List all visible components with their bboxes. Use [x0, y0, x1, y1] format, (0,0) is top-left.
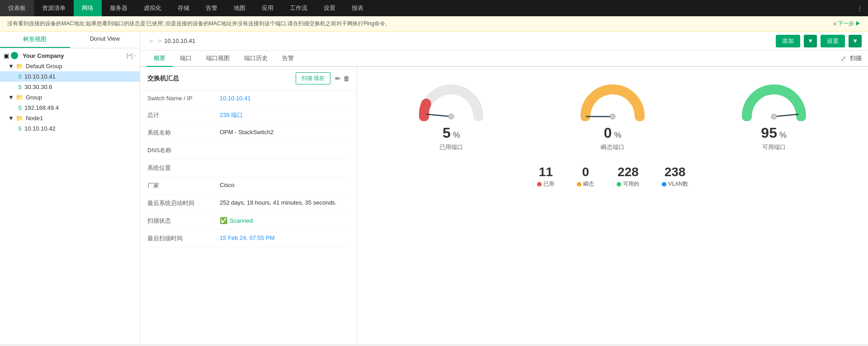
nav-dashboard[interactable]: 仪表板 [0, 0, 34, 16]
summary-row-6: 最后系统启动时间 252 days, 18 hours, 41 minutes,… [147, 195, 349, 212]
nav-report[interactable]: 报表 [344, 0, 372, 16]
summary-value-2: OPM - StackSwitch2 [220, 129, 349, 136]
summary-table: Switch Name / IP 10.10.10.41 总计 239 端口 系… [140, 90, 357, 248]
globe-icon [11, 52, 18, 59]
dot-orange [577, 182, 581, 187]
summary-title: 交换机汇总 [147, 75, 179, 83]
tree-device-10.10.10.42[interactable]: S 10.10.10.42 [0, 123, 140, 134]
nav-more-button[interactable]: ⋮ [851, 0, 868, 16]
gauge-unit-available: % [777, 131, 787, 140]
summary-header: 交换机汇总 扫描 现在 ✏ 🗑 [140, 67, 357, 90]
tree-group-node1[interactable]: ▼ 📁 Node1 [0, 113, 140, 123]
tab-alerts[interactable]: 告警 [275, 51, 301, 67]
nav-workflow[interactable]: 工作流 [282, 0, 316, 16]
tree-device-192.168.49.4[interactable]: S 192.168.49.4 [0, 103, 140, 113]
summary-row-1: 总计 239 端口 [147, 107, 349, 124]
tab-port-history[interactable]: 端口历史 [237, 51, 275, 67]
warning-next-button[interactable]: 下一步 ▶ [838, 20, 861, 28]
stat-label-used: 已用 [543, 180, 554, 188]
summary-row-8: 最后扫描时间 15 Feb 24, 07:55 PM [147, 230, 349, 248]
sidebar-tab-bar: 树形视图 Donut View [0, 32, 140, 48]
edit-icon[interactable]: ✏ [335, 75, 340, 82]
gauge-value-transient: 0 % [604, 125, 622, 141]
summary-label-2: 系统名称 [147, 129, 220, 137]
settings-dropdown-button[interactable]: ▼ [849, 35, 862, 47]
right-panel: 5 % 已用端口 [357, 67, 868, 344]
summary-label-1: 总计 [147, 111, 220, 119]
scan-now-button[interactable]: 扫描 现在 [296, 72, 330, 84]
svg-line-0 [427, 114, 451, 117]
tab-donut-view[interactable]: Donut View [70, 32, 140, 48]
main-panel: > > 10.10.10.41 添加 ▼ 设置 ▼ 概要 端口 端口视图 端口历… [140, 32, 868, 344]
svg-point-3 [610, 114, 615, 119]
tab-ports[interactable]: 端口 [173, 51, 199, 67]
folder-icon-group: 📁 [16, 94, 23, 101]
tree-actions[interactable]: [+] - [127, 52, 136, 59]
nav-alert[interactable]: 告警 [198, 0, 226, 16]
nav-virtual[interactable]: 虚拟化 [136, 0, 170, 16]
dot-blue [662, 182, 666, 187]
expand-icon[interactable]: ⤢ [840, 54, 846, 63]
summary-row-2: 系统名称 OPM - StackSwitch2 [147, 124, 349, 142]
warning-text: 没有看到连接的设备的MAC地址:如果您看到端口的状态是'已使用',但是连接的设备… [7, 20, 827, 28]
tree-group-default[interactable]: ▼ 📁 Default Group [0, 61, 140, 71]
summary-value-6: 252 days, 18 hours, 41 minutes, 35 secon… [220, 199, 349, 206]
tree-device-10.10.10.41[interactable]: S 10.10.10.41 [0, 71, 140, 82]
settings-button[interactable]: 设置 [821, 35, 845, 47]
nav-settings[interactable]: 设置 [316, 0, 344, 16]
stat-vlan: 238 VLAN数 [662, 165, 688, 188]
summary-label-3: DNS名称 [147, 146, 220, 154]
stat-legend-available: 可用的 [617, 180, 639, 188]
nav-storage[interactable]: 存储 [170, 0, 198, 16]
tab-overview[interactable]: 概要 [146, 51, 173, 67]
delete-icon[interactable]: 🗑 [343, 75, 349, 82]
tree-device-30.30.30.6[interactable]: S 30.30.30.6 [0, 82, 140, 92]
nav-network[interactable]: 网络 [74, 0, 102, 16]
expand-icon-node1: ▼ [8, 115, 14, 122]
device-icon-3: S [18, 105, 22, 111]
stat-label-available: 可用的 [623, 180, 639, 188]
expand-icon-default: ▼ [8, 63, 14, 70]
tab-port-view[interactable]: 端口视图 [199, 51, 237, 67]
add-button[interactable]: 添加 [776, 35, 800, 47]
summary-label-8: 最后扫描时间 [147, 234, 220, 243]
nav-server[interactable]: 服务器 [102, 0, 136, 16]
nav-inventory[interactable]: 资源清单 [34, 0, 74, 16]
gauge-transient-ports: 0 % 瞬态端口 [576, 76, 649, 151]
main-header: > > 10.10.10.41 添加 ▼ 设置 ▼ [140, 32, 868, 51]
tree-root-company[interactable]: ▣ Your Company [+] - [0, 50, 140, 61]
summary-label-4: 系统位置 [147, 164, 220, 172]
gauge-svg-transient [576, 76, 649, 121]
gauge-svg-available [738, 76, 810, 121]
stat-used: 11 已用 [537, 165, 554, 188]
svg-point-5 [771, 114, 777, 119]
group-name-node1: Node1 [26, 115, 43, 122]
device-icon-2: S [18, 84, 22, 90]
summary-row-7: 扫描状态 ✅ Scanned [147, 212, 349, 230]
stat-legend-used: 已用 [537, 180, 554, 188]
sub-tabs: 概要 端口 端口视图 端口历史 告警 ⤢ 扫描 [140, 51, 868, 67]
nav-map[interactable]: 地图 [226, 0, 254, 16]
sidebar: 树形视图 Donut View ▣ Your Company [+] - ▼ 📁… [0, 32, 140, 344]
summary-label-0: Switch Name / IP [147, 95, 220, 102]
nav-app[interactable]: 应用 [254, 0, 282, 16]
stat-number-vlan: 238 [665, 165, 686, 179]
summary-value-0[interactable]: 10.10.10.41 [220, 95, 349, 102]
warning-close-icon[interactable]: ✕ [832, 20, 838, 28]
scanned-check-icon: ✅ [220, 217, 227, 224]
summary-value-1[interactable]: 239 端口 [220, 111, 349, 119]
tab-tree-view[interactable]: 树形视图 [0, 32, 70, 48]
device-label-10.10.10.42: 10.10.10.42 [24, 125, 56, 132]
scan-label[interactable]: 扫描 [850, 54, 862, 62]
stat-number-transient: 0 [582, 165, 590, 179]
summary-value-8[interactable]: 15 Feb 24, 07:55 PM [220, 234, 349, 241]
stat-available: 228 可用的 [617, 165, 639, 188]
summary-row-3: DNS名称 [147, 142, 349, 159]
stat-legend-transient: 瞬态 [577, 180, 594, 188]
group-name-group: Group [26, 94, 42, 101]
sidebar-tree: ▣ Your Company [+] - ▼ 📁 Default Group S… [0, 48, 140, 344]
tree-group-group[interactable]: ▼ 📁 Group [0, 92, 140, 103]
gauge-available-ports: 95 % 可用端口 [738, 76, 810, 151]
add-dropdown-button[interactable]: ▼ [804, 35, 817, 47]
gauge-label-available: 可用端口 [762, 143, 786, 151]
